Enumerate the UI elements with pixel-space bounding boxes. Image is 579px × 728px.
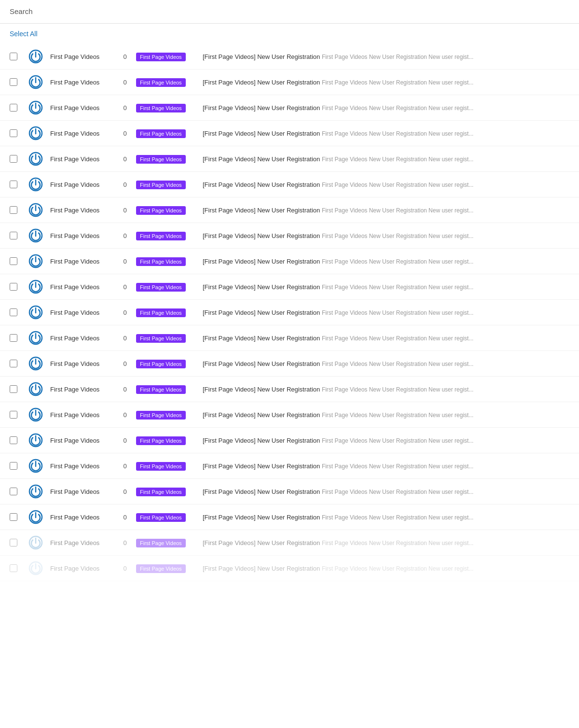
select-all-link[interactable]: Select All xyxy=(10,30,38,38)
row-tag-cell: First Page Videos xyxy=(136,410,199,420)
checkbox-cell xyxy=(10,334,21,342)
row-checkbox[interactable] xyxy=(10,206,17,214)
list-item: First Page Videos 0 First Page Videos [F… xyxy=(0,377,579,402)
power-icon xyxy=(28,433,43,448)
row-checkbox[interactable] xyxy=(10,539,17,546)
row-checkbox[interactable] xyxy=(10,78,17,86)
row-tag-cell: First Page Videos xyxy=(136,538,199,547)
row-title: [First Page Videos] New User Registratio… xyxy=(203,488,320,495)
row-body: First Page Videos New User Registration … xyxy=(322,233,474,239)
row-checkbox[interactable] xyxy=(10,53,17,60)
row-body: First Page Videos New User Registration … xyxy=(322,489,474,495)
row-body: First Page Videos New User Registration … xyxy=(322,182,474,188)
row-name: First Page Videos xyxy=(50,130,118,137)
row-count: 0 xyxy=(118,360,132,367)
row-tag-cell: First Page Videos xyxy=(136,359,199,368)
row-title: [First Page Videos] New User Registratio… xyxy=(203,309,320,316)
row-tag-cell: First Page Videos xyxy=(136,436,199,445)
row-tag-badge: First Page Videos xyxy=(136,436,186,445)
row-checkbox[interactable] xyxy=(10,488,17,495)
row-title: [First Page Videos] New User Registratio… xyxy=(203,53,320,60)
row-tag-cell: First Page Videos xyxy=(136,154,199,164)
icon-cell xyxy=(26,458,45,474)
row-body: First Page Videos New User Registration … xyxy=(322,284,474,291)
row-description: [First Page Videos] New User Registratio… xyxy=(203,309,569,316)
icon-cell xyxy=(26,100,45,115)
row-checkbox[interactable] xyxy=(10,334,17,342)
row-description: [First Page Videos] New User Registratio… xyxy=(203,207,569,214)
row-tag-badge: First Page Videos xyxy=(136,539,186,547)
row-tag-badge: First Page Videos xyxy=(136,181,186,189)
row-body: First Page Videos New User Registration … xyxy=(322,463,474,470)
row-title: [First Page Videos] New User Registratio… xyxy=(203,130,320,137)
row-checkbox[interactable] xyxy=(10,232,17,239)
row-title: [First Page Videos] New User Registratio… xyxy=(203,181,320,188)
row-tag-badge: First Page Videos xyxy=(136,104,186,112)
checkbox-cell xyxy=(10,53,21,60)
row-checkbox[interactable] xyxy=(10,308,17,316)
row-tag-badge: First Page Videos xyxy=(136,513,186,522)
list-item: First Page Videos 0 First Page Videos [F… xyxy=(0,504,579,530)
row-checkbox[interactable] xyxy=(10,181,17,188)
row-checkbox[interactable] xyxy=(10,104,17,112)
icon-cell xyxy=(26,407,45,422)
row-checkbox[interactable] xyxy=(10,462,17,470)
row-tag-badge: First Page Videos xyxy=(136,385,186,394)
checkbox-cell xyxy=(10,411,21,419)
row-checkbox[interactable] xyxy=(10,129,17,137)
row-description: [First Page Videos] New User Registratio… xyxy=(203,514,569,521)
row-tag-badge: First Page Videos xyxy=(136,257,186,266)
row-count: 0 xyxy=(118,411,132,419)
row-tag-badge: First Page Videos xyxy=(136,53,186,61)
list-item: First Page Videos 0 First Page Videos [F… xyxy=(0,556,579,581)
row-tag-cell: First Page Videos xyxy=(136,513,199,522)
power-icon xyxy=(28,509,43,525)
power-icon xyxy=(28,177,43,192)
row-title: [First Page Videos] New User Registratio… xyxy=(203,360,320,367)
power-icon xyxy=(28,305,43,320)
row-title: [First Page Videos] New User Registratio… xyxy=(203,79,320,86)
row-title: [First Page Videos] New User Registratio… xyxy=(203,155,320,163)
row-name: First Page Videos xyxy=(50,386,118,393)
row-checkbox[interactable] xyxy=(10,436,17,444)
power-icon xyxy=(28,381,43,397)
row-title: [First Page Videos] New User Registratio… xyxy=(203,232,320,239)
row-checkbox[interactable] xyxy=(10,360,17,367)
row-name: First Page Videos xyxy=(50,232,118,239)
checkbox-cell xyxy=(10,488,21,495)
row-checkbox[interactable] xyxy=(10,155,17,163)
row-name: First Page Videos xyxy=(50,207,118,214)
row-name: First Page Videos xyxy=(50,539,118,546)
row-description: [First Page Videos] New User Registratio… xyxy=(203,79,569,86)
row-name: First Page Videos xyxy=(50,488,118,495)
list-item: First Page Videos 0 First Page Videos [F… xyxy=(0,351,579,377)
row-tag-cell: First Page Videos xyxy=(136,206,199,215)
power-icon xyxy=(28,560,43,576)
row-checkbox[interactable] xyxy=(10,283,17,291)
row-body: First Page Videos New User Registration … xyxy=(322,540,474,546)
icon-cell xyxy=(26,381,45,397)
power-icon xyxy=(28,100,43,115)
row-name: First Page Videos xyxy=(50,283,118,291)
row-tag-cell: First Page Videos xyxy=(136,282,199,292)
row-checkbox[interactable] xyxy=(10,411,17,419)
icon-cell xyxy=(26,433,45,448)
row-checkbox[interactable] xyxy=(10,564,17,572)
row-body: First Page Videos New User Registration … xyxy=(322,258,474,265)
row-name: First Page Videos xyxy=(50,258,118,265)
power-icon xyxy=(28,356,43,371)
row-name: First Page Videos xyxy=(50,514,118,521)
row-body: First Page Videos New User Registration … xyxy=(322,514,474,521)
row-checkbox[interactable] xyxy=(10,257,17,265)
row-tag-badge: First Page Videos xyxy=(136,232,186,240)
row-body: First Page Videos New User Registration … xyxy=(322,361,474,367)
row-name: First Page Videos xyxy=(50,79,118,86)
list-item: First Page Videos 0 First Page Videos [F… xyxy=(0,479,579,504)
checkbox-cell xyxy=(10,78,21,86)
row-count: 0 xyxy=(118,155,132,163)
row-checkbox[interactable] xyxy=(10,513,17,521)
row-count: 0 xyxy=(118,514,132,521)
row-title: [First Page Videos] New User Registratio… xyxy=(203,335,320,342)
row-checkbox[interactable] xyxy=(10,385,17,393)
row-count: 0 xyxy=(118,335,132,342)
